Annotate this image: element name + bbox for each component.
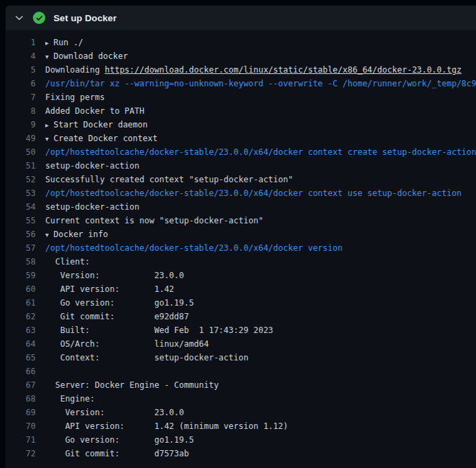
- download-url-link[interactable]: https://download.docker.com/linux/static…: [105, 65, 462, 75]
- log-line: 6/usr/bin/tar xz --warning=no-unknown-ke…: [5, 77, 476, 90]
- line-number[interactable]: 70: [5, 419, 36, 433]
- command-text: /opt/hostedtoolcache/docker-stable/23.0.…: [45, 147, 476, 157]
- log-line: 62 Git commit: e92dd87: [5, 310, 476, 323]
- group-collapsed-icon[interactable]: ▸: [45, 36, 53, 49]
- log-text-segment: Git commit: d7573ab: [45, 449, 189, 458]
- log-line: 71 Go version: go1.19.5: [5, 433, 476, 447]
- log-text-segment: Context: setup-docker-action: [45, 353, 248, 362]
- log-text-segment: Current context is now "setup-docker-act…: [45, 216, 263, 225]
- line-number[interactable]: 69: [5, 406, 36, 419]
- line-number[interactable]: 54: [5, 200, 36, 214]
- line-number[interactable]: 8: [5, 104, 36, 118]
- group-title[interactable]: Start Docker daemon: [53, 120, 147, 130]
- log-text-segment: Added Docker to PATH: [45, 106, 145, 116]
- log-text: setup-docker-action: [36, 159, 139, 173]
- log-line: 4▾Download docker: [5, 49, 476, 63]
- log-text-segment: setup-docker-action: [45, 202, 139, 212]
- line-number[interactable]: 72: [5, 447, 36, 460]
- group-title[interactable]: Create Docker context: [53, 134, 158, 143]
- line-number[interactable]: 56: [5, 227, 36, 241]
- line-number[interactable]: 55: [5, 214, 36, 227]
- log-line: 55Current context is now "setup-docker-a…: [5, 214, 476, 227]
- log-line: 7Fixing perms: [5, 90, 476, 104]
- log-text: Engine:: [36, 392, 95, 406]
- line-number[interactable]: 50: [5, 145, 36, 159]
- line-number[interactable]: 68: [5, 392, 36, 406]
- log-line: 68 Engine:: [5, 392, 476, 406]
- line-number[interactable]: 67: [5, 378, 36, 392]
- log-group-header[interactable]: ▾Create Docker context: [36, 132, 158, 145]
- check-circle-icon: [33, 12, 45, 24]
- log-group-header[interactable]: ▸Start Docker daemon: [36, 118, 147, 132]
- log-line: 61 Go version: go1.19.5: [5, 296, 476, 310]
- line-number[interactable]: 5: [5, 63, 36, 77]
- line-number[interactable]: 61: [5, 296, 36, 310]
- group-expanded-icon[interactable]: ▾: [45, 228, 53, 241]
- group-title[interactable]: Docker info: [53, 230, 108, 239]
- log-text: Git commit: d7573ab: [36, 447, 189, 460]
- group-collapsed-icon[interactable]: ▸: [45, 119, 53, 132]
- group-title[interactable]: Download docker: [53, 51, 128, 61]
- line-number[interactable]: 71: [5, 433, 36, 447]
- log-line: 70 API version: 1.42 (minimum version 1.…: [5, 419, 476, 433]
- log-line: 67 Server: Docker Engine - Community: [5, 378, 476, 392]
- log-text-segment: Fixing perms: [45, 93, 105, 102]
- line-number[interactable]: 66: [5, 365, 36, 378]
- line-number[interactable]: 7: [5, 90, 36, 104]
- line-number[interactable]: 58: [5, 255, 36, 269]
- line-number[interactable]: 62: [5, 310, 36, 323]
- log-line: 56▾Docker info: [5, 227, 476, 241]
- log-line: 58 Client:: [5, 255, 476, 269]
- step-log-panel: Set up Docker 1▸Run ./4▾Download docker5…: [5, 5, 476, 468]
- command-text: /opt/hostedtoolcache/docker-stable/23.0.…: [45, 243, 342, 253]
- line-number[interactable]: 60: [5, 282, 36, 296]
- log-text: API version: 1.42: [36, 282, 174, 296]
- log-text-segment: Go version: go1.19.5: [45, 435, 194, 445]
- log-line: 49▾Create Docker context: [5, 132, 476, 145]
- line-number[interactable]: 65: [5, 351, 36, 365]
- line-number[interactable]: 9: [5, 118, 36, 132]
- group-expanded-icon[interactable]: ▾: [45, 50, 53, 63]
- line-number[interactable]: 1: [5, 36, 36, 49]
- line-number[interactable]: 51: [5, 159, 36, 173]
- log-line: 66: [5, 365, 476, 378]
- line-number[interactable]: 63: [5, 323, 36, 337]
- line-number[interactable]: 59: [5, 269, 36, 282]
- log-line: 8Added Docker to PATH: [5, 104, 476, 118]
- log-group-header[interactable]: ▾Docker info: [36, 227, 108, 241]
- group-expanded-icon[interactable]: ▾: [45, 132, 53, 145]
- log-text: Added Docker to PATH: [36, 104, 145, 118]
- log-text-segment: Engine:: [45, 394, 95, 404]
- log-line: 60 API version: 1.42: [5, 282, 476, 296]
- log-group-header[interactable]: ▾Download docker: [36, 49, 128, 63]
- step-header[interactable]: Set up Docker: [5, 5, 476, 30]
- log-text: Fixing perms: [36, 90, 105, 104]
- log-group-header[interactable]: ▸Run ./: [36, 36, 83, 49]
- log-text: Go version: go1.19.5: [36, 296, 194, 310]
- command-text: /opt/hostedtoolcache/docker-stable/23.0.…: [45, 188, 462, 198]
- line-number[interactable]: 6: [5, 77, 36, 90]
- line-number[interactable]: 53: [5, 186, 36, 200]
- log-text-segment: Successfully created context "setup-dock…: [45, 175, 293, 184]
- log-text-segment: API version: 1.42 (minimum version 1.12): [45, 421, 288, 431]
- log-line: 1▸Run ./: [5, 36, 476, 49]
- log-text: [36, 365, 45, 378]
- log-text-segment: Version: 23.0.0: [45, 408, 184, 417]
- log-text-segment: Git commit: e92dd87: [45, 312, 189, 321]
- log-area: 1▸Run ./4▾Download docker5Downloading ht…: [5, 30, 476, 460]
- log-line: 63 Built: Wed Feb 1 17:43:29 2023: [5, 323, 476, 337]
- log-line: 59 Version: 23.0.0: [5, 269, 476, 282]
- chevron-down-icon[interactable]: [14, 12, 25, 23]
- group-title[interactable]: Run ./: [53, 38, 83, 47]
- line-number[interactable]: 49: [5, 132, 36, 145]
- log-text: Current context is now "setup-docker-act…: [36, 214, 263, 227]
- line-number[interactable]: 57: [5, 241, 36, 255]
- log-text: Go version: go1.19.5: [36, 433, 194, 447]
- line-number[interactable]: 52: [5, 173, 36, 186]
- command-text: /usr/bin/tar xz --warning=no-unknown-key…: [45, 79, 476, 88]
- log-text: Version: 23.0.0: [36, 269, 184, 282]
- log-line: 53/opt/hostedtoolcache/docker-stable/23.…: [5, 186, 476, 200]
- line-number[interactable]: 4: [5, 49, 36, 63]
- log-line: 5Downloading https://download.docker.com…: [5, 63, 476, 77]
- line-number[interactable]: 64: [5, 337, 36, 351]
